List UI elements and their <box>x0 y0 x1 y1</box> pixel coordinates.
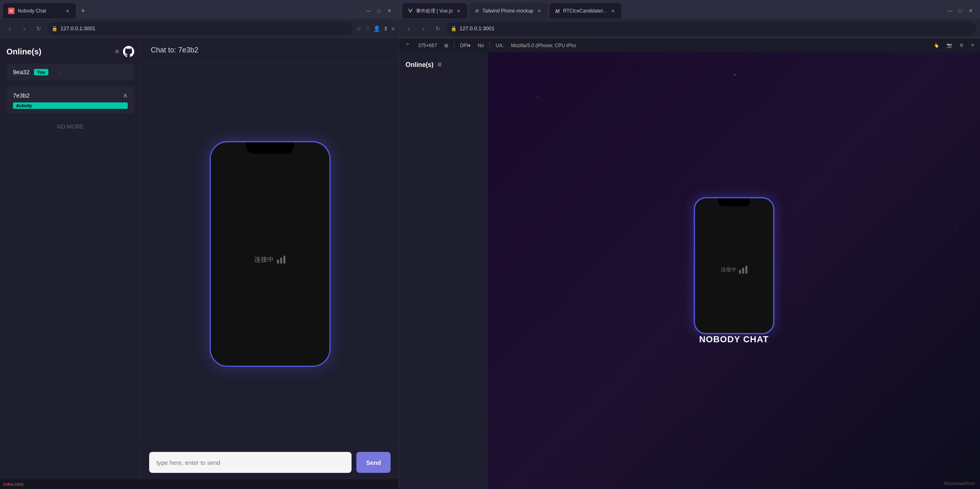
right-browser-content: Online(s) ≡ <box>399 52 980 489</box>
left-browser-content: Online(s) ≡ 9ea32 You 7e3b <box>0 38 399 479</box>
dev-toolbar: 📱 375 × 667 ⊞ DPI▾ No UA: Mozilla/5.0 (i… <box>399 38 980 52</box>
toolbar-divider-1 <box>454 42 454 50</box>
signal-bars-icon <box>277 256 285 264</box>
dpi-selector[interactable]: DPI▾ <box>458 42 473 49</box>
window-controls: — □ ✕ <box>366 8 395 14</box>
chat-main: Chat to: 7e3b2 连接中 <box>141 38 399 479</box>
forward-button[interactable]: › <box>19 23 30 34</box>
heart-icon[interactable]: ♡ <box>365 25 370 32</box>
message-input[interactable] <box>149 452 352 473</box>
peer-item-7e3b2[interactable]: 7e3b2 ∧ Activity <box>6 87 134 114</box>
address-bar-icons: ☆ ♡ 👤 ⬆ ≡ <box>356 25 395 32</box>
right-browser: 事件处理 | Vue.js ✕ Tailwind Phone mockup ✕ … <box>399 0 980 489</box>
profile-icon[interactable]: 👤 <box>373 25 380 32</box>
send-button[interactable]: Send <box>356 452 391 473</box>
right-minimize-button[interactable]: — <box>947 8 953 14</box>
rtc-favicon: M <box>554 8 561 14</box>
nobody-chat-label: NOBODY CHAT <box>699 334 769 345</box>
bookmark-icon[interactable]: ☆ <box>356 25 362 32</box>
close-button[interactable]: ✕ <box>387 8 392 14</box>
left-address-bar: ‹ › ↻ 🔒 ☆ ♡ 👤 ⬆ ≡ <box>0 19 399 38</box>
peer-header: 7e3b2 ∧ <box>13 92 128 99</box>
touch-icon[interactable]: 👆 <box>931 42 942 49</box>
right-address-bar: ‹ › ↻ 🔒 <box>399 19 980 38</box>
right-url-container: 🔒 <box>447 22 976 35</box>
right-hamburger-icon[interactable]: ≡ <box>437 60 442 69</box>
phone-notch <box>246 142 294 154</box>
maximize-button[interactable]: □ <box>376 8 382 14</box>
tab-tailwind[interactable]: Tailwind Phone mockup ✕ <box>469 3 548 19</box>
right-forward-button[interactable]: › <box>418 23 429 34</box>
right-back-button[interactable]: ‹ <box>403 23 414 34</box>
tab-vuejs-title: 事件处理 | Vue.js <box>416 8 453 15</box>
right-url-input[interactable] <box>447 22 976 35</box>
devtools-close-button[interactable]: ✕ <box>968 42 977 49</box>
sidebar: Online(s) ≡ 9ea32 You 7e3b <box>0 38 141 479</box>
bar-1 <box>277 260 279 264</box>
phone-notch-small <box>718 198 750 206</box>
right-connecting-text: 连接中 <box>721 266 737 273</box>
right-maximize-button[interactable]: □ <box>957 8 963 14</box>
url-input[interactable] <box>48 22 353 35</box>
settings-icon[interactable]: ⚙ <box>957 42 966 49</box>
phone-screen: 连接中 <box>211 154 329 366</box>
size-display: 375 × 667 <box>416 42 439 49</box>
right-signal-bars <box>739 266 747 274</box>
tab-rtc-close[interactable]: ✕ <box>609 7 616 15</box>
tab-tailwind-close[interactable]: ✕ <box>536 7 543 15</box>
chevron-up-icon[interactable]: ∧ <box>123 92 128 99</box>
tab-rtc[interactable]: M RTCIceCandidateI... ✕ <box>549 3 622 19</box>
user-item-9ea32[interactable]: 9ea32 You <box>6 64 134 80</box>
phone-mockup-small: 连接中 <box>694 197 774 334</box>
left-tab-bar: N Nobody Chat ✕ + — □ ✕ <box>0 0 399 19</box>
lock-icon: 🔒 <box>52 26 58 31</box>
sidebar-header: Online(s) ≡ <box>6 46 134 57</box>
right-phone-area: 连接中 NOBODY CHAT MoonsladePure <box>488 52 980 489</box>
bar-3 <box>283 256 285 264</box>
right-close-button[interactable]: ✕ <box>968 8 974 14</box>
chat-header: Chat to: 7e3b2 <box>141 38 399 63</box>
right-window-controls: — □ ✕ <box>947 8 977 14</box>
width-display: 375 <box>418 43 426 48</box>
connecting-status: 连接中 <box>254 256 285 264</box>
right-bar-1 <box>739 270 741 274</box>
tab-vuejs-close[interactable]: ✕ <box>455 7 462 15</box>
connecting-text-label: 连接中 <box>254 256 274 264</box>
new-tab-button[interactable]: + <box>77 5 89 17</box>
right-refresh-button[interactable]: ↻ <box>432 23 443 34</box>
tab-tailwind-title: Tailwind Phone mockup <box>483 8 533 14</box>
status-file: index.html <box>3 482 23 487</box>
peer-id: 7e3b2 <box>13 92 30 99</box>
tailwind-favicon <box>474 8 480 14</box>
ua-value: Mozilla/5.0 (iPhone; CPU iPho <box>508 42 578 49</box>
github-icon[interactable] <box>123 46 134 57</box>
right-sidebar-header: Online(s) ≡ <box>406 60 481 69</box>
tab-close-button[interactable]: ✕ <box>64 7 71 15</box>
responsive-toggle[interactable]: ⊞ <box>442 42 451 49</box>
chat-input-area: Send <box>141 445 399 479</box>
footer-label: MoonsladePure <box>944 481 975 486</box>
back-button[interactable]: ‹ <box>4 23 15 34</box>
refresh-button[interactable]: ↻ <box>33 23 44 34</box>
phone-screen-small: 连接中 <box>695 206 773 333</box>
right-sidebar-title: Online(s) <box>406 61 433 69</box>
url-container: 🔒 <box>48 22 353 35</box>
tab-nobody-chat[interactable]: N Nobody Chat ✕ <box>3 3 76 19</box>
hamburger-icon[interactable]: ≡ <box>115 48 119 55</box>
menu-icon[interactable]: ≡ <box>391 25 395 32</box>
tab-vuejs[interactable]: 事件处理 | Vue.js ✕ <box>402 3 467 19</box>
phone-mockup: 连接中 <box>210 141 331 367</box>
tab-favicon: N <box>8 8 15 14</box>
vuejs-favicon <box>407 8 414 14</box>
share-icon[interactable]: ⬆ <box>383 25 388 32</box>
device-selector[interactable]: 📱 <box>402 42 413 49</box>
minimize-button[interactable]: — <box>366 8 371 14</box>
right-bar-3 <box>745 266 747 274</box>
screenshot-icon[interactable]: 📷 <box>944 42 955 49</box>
times-symbol: × <box>426 43 429 48</box>
no-more-label: NO MORE <box>6 123 134 130</box>
bar-2 <box>280 258 282 264</box>
badge-you: You <box>34 69 48 75</box>
sidebar-icons: ≡ <box>115 46 134 57</box>
tab-title: Nobody Chat <box>18 8 60 14</box>
